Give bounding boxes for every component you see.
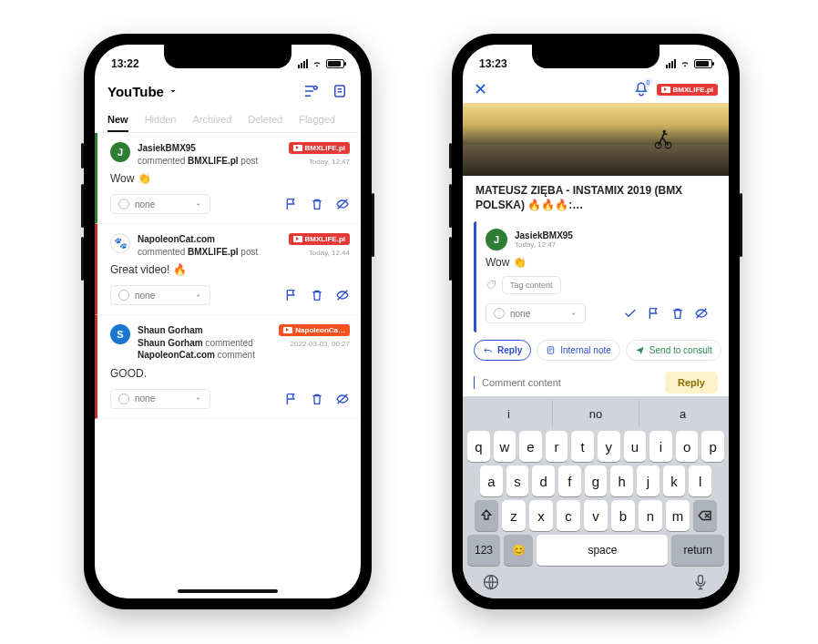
close-icon[interactable]: ✕ [474, 79, 487, 99]
notification-icon[interactable]: 0 [633, 81, 649, 97]
tab-flagged[interactable]: Flagged [299, 108, 335, 132]
bmx-rider-icon [650, 127, 674, 150]
item-sub2: NapoleonCat.com comment [138, 349, 271, 362]
key-shift[interactable] [475, 500, 498, 531]
send-icon [635, 345, 645, 355]
svg-point-5 [493, 282, 495, 284]
tabs: New Hidden Archived Deleted Flagged [95, 105, 361, 133]
check-icon[interactable] [623, 306, 638, 321]
flag-icon[interactable] [647, 306, 661, 321]
screen-right: 13:23 ✕ 0 BMXLIFE.pl MATEUSZ ZIĘBA - INS… [463, 45, 729, 598]
key-c[interactable]: c [557, 500, 580, 531]
key-backspace[interactable] [693, 500, 717, 531]
key-v[interactable]: v [584, 500, 608, 531]
flag-icon[interactable] [284, 197, 299, 211]
key-x[interactable]: x [529, 500, 553, 531]
platform-selector[interactable]: YouTube [107, 84, 179, 99]
home-indicator[interactable] [178, 589, 278, 593]
filter-icon[interactable] [302, 83, 319, 99]
suggestion[interactable]: a [639, 400, 726, 427]
key-n[interactable]: n [639, 500, 662, 531]
key-d[interactable]: d [532, 465, 555, 496]
sentiment-selector[interactable]: none [110, 389, 210, 409]
comment-input[interactable] [482, 377, 658, 388]
globe-icon[interactable] [482, 573, 500, 591]
video-title: MATEUSZ ZIĘBA - INSTAMIX 2019 (BMX POLSK… [463, 176, 729, 218]
youtube-icon [283, 327, 292, 333]
power-button [740, 193, 742, 257]
trash-icon[interactable] [670, 306, 685, 321]
key-m[interactable]: m [666, 500, 690, 531]
key-s[interactable]: s [506, 465, 529, 496]
comment-author: JasiekBMX95 [515, 230, 573, 240]
key-a[interactable]: a [480, 465, 503, 496]
key-j[interactable]: j [637, 465, 660, 496]
battery-icon [694, 59, 712, 68]
key-z[interactable]: z [502, 500, 526, 531]
sentiment-label: none [510, 309, 530, 319]
hide-icon[interactable] [694, 306, 709, 321]
chevron-down-icon [194, 291, 202, 300]
header-actions [302, 83, 348, 99]
pill-internal-note[interactable]: Internal note [537, 340, 620, 361]
key-g[interactable]: g [585, 465, 608, 496]
key-y[interactable]: y [598, 431, 620, 462]
svg-point-4 [663, 130, 666, 133]
key-p[interactable]: p [701, 431, 724, 462]
flag-icon[interactable] [284, 392, 299, 406]
reply-button[interactable]: Reply [665, 372, 718, 394]
key-u[interactable]: u [624, 431, 647, 462]
suggestion[interactable]: no [552, 400, 639, 427]
feed-item[interactable]: 🐾 NapoleonCat.com commented BMXLIFE.pl p… [95, 224, 361, 315]
pill-send-consult[interactable]: Send to consult [626, 340, 721, 361]
sentiment-selector[interactable]: none [110, 194, 210, 214]
tag-content-button[interactable]: Tag content [502, 276, 561, 294]
key-emoji[interactable]: 😊 [504, 535, 533, 566]
sort-icon[interactable] [332, 83, 348, 99]
key-b[interactable]: b [611, 500, 635, 531]
item-body: Wow 👏 [110, 167, 350, 194]
hide-icon[interactable] [335, 288, 350, 302]
suggestion[interactable]: i [465, 400, 552, 427]
key-space[interactable]: space [537, 535, 668, 566]
key-return[interactable]: return [671, 535, 724, 566]
key-t[interactable]: t [571, 431, 594, 462]
tab-deleted[interactable]: Deleted [248, 108, 282, 132]
sentiment-selector[interactable]: none [486, 303, 586, 323]
key-l[interactable]: l [689, 465, 711, 496]
tag-icon [486, 280, 496, 291]
tab-archived[interactable]: Archived [192, 108, 231, 132]
key-o[interactable]: o [676, 431, 699, 462]
video-thumbnail[interactable] [463, 103, 729, 176]
trash-icon[interactable] [310, 197, 324, 211]
flag-icon[interactable] [284, 288, 299, 302]
hide-icon[interactable] [335, 392, 350, 406]
hide-icon[interactable] [335, 197, 350, 211]
tab-new[interactable]: New [107, 108, 128, 132]
item-name: NapoleonCat.com [138, 233, 281, 246]
key-row-3: z x c v b n m [467, 500, 724, 531]
tab-hidden[interactable]: Hidden [145, 108, 177, 132]
vol-up [81, 184, 84, 228]
feed-item[interactable]: J JasiekBMX95 commented BMXLIFE.pl post … [95, 133, 361, 224]
youtube-icon [293, 236, 302, 242]
key-row-1: q w e r t y u i o p [467, 431, 724, 462]
key-e[interactable]: e [519, 431, 542, 462]
item-sub: commented BMXLIFE.pl post [138, 246, 281, 259]
trash-icon[interactable] [310, 288, 324, 302]
key-w[interactable]: w [494, 431, 516, 462]
feed-item[interactable]: S Shaun Gorham Shaun Gorham commented Na… [95, 315, 361, 419]
key-r[interactable]: r [546, 431, 568, 462]
trash-icon[interactable] [310, 392, 324, 406]
key-i[interactable]: i [649, 431, 672, 462]
youtube-icon [661, 87, 670, 93]
key-k[interactable]: k [663, 465, 686, 496]
pill-reply[interactable]: Reply [474, 340, 531, 361]
key-f[interactable]: f [558, 465, 581, 496]
mic-icon[interactable] [691, 573, 710, 591]
source-badge: BMXLIFE.pl [289, 142, 350, 154]
sentiment-selector[interactable]: none [110, 285, 210, 305]
key-h[interactable]: h [610, 465, 633, 496]
key-123[interactable]: 123 [467, 535, 500, 566]
key-q[interactable]: q [467, 431, 490, 462]
